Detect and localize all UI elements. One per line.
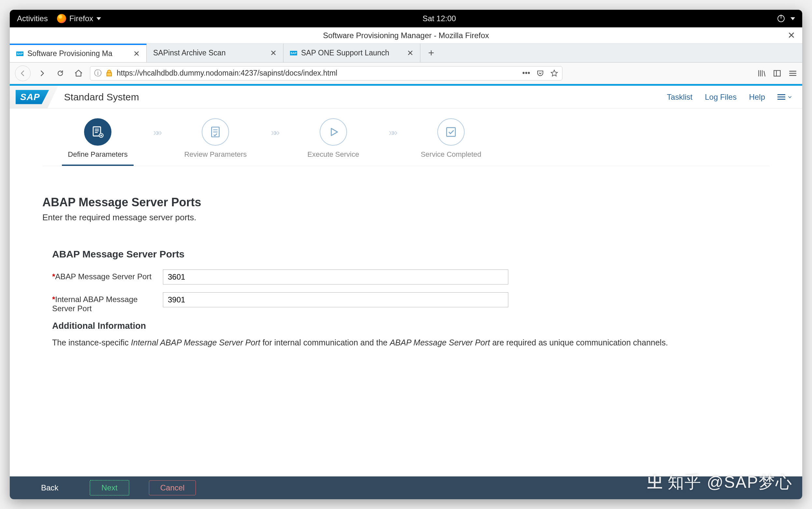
- chevron-down-icon: [787, 95, 792, 100]
- sap-logo-wrap: SAP: [10, 86, 58, 108]
- nav-forward-button[interactable]: [35, 66, 49, 80]
- bookmark-star-icon[interactable]: [550, 69, 558, 77]
- svg-rect-0: [774, 70, 780, 76]
- additional-info-em: Internal ABAP Message Server Port: [131, 338, 260, 347]
- additional-info-part: The instance-specific: [52, 338, 131, 347]
- chevrons-right-icon: »»: [153, 118, 160, 138]
- help-link[interactable]: Help: [749, 93, 765, 102]
- firefox-app-label: Firefox: [69, 14, 93, 23]
- nav-back-button[interactable]: [15, 66, 31, 81]
- form-row-internal-port: *Internal ABAP Message Server Port: [52, 292, 770, 313]
- tab-close-button[interactable]: ✕: [270, 48, 277, 58]
- tab-label: Software Provisioning Ma: [27, 49, 129, 58]
- arrow-right-icon: [38, 70, 46, 77]
- wizard-steps: Define Parameters »» Review Parameters »…: [10, 108, 802, 166]
- home-icon: [74, 69, 83, 77]
- page-title: ABAP Message Server Ports: [42, 196, 770, 209]
- page-actions-icon[interactable]: •••: [522, 69, 530, 77]
- step-label: Execute Service: [307, 150, 359, 159]
- additional-info-heading: Additional Information: [52, 321, 770, 331]
- tab-close-button[interactable]: ✕: [133, 49, 140, 58]
- hamburger-menu-icon[interactable]: [788, 69, 797, 77]
- reload-icon: [57, 69, 64, 77]
- step-icon: [202, 118, 229, 146]
- required-indicator: *: [52, 272, 55, 281]
- wizard-step-review-parameters[interactable]: Review Parameters: [180, 118, 251, 159]
- additional-info-part: for internal communication and the: [260, 338, 390, 347]
- internal-abap-message-server-port-input[interactable]: [163, 292, 508, 307]
- chevrons-right-icon: »»: [389, 118, 396, 138]
- browser-tab[interactable]: SAP Software Provisioning Ma ✕: [10, 44, 147, 62]
- tab-label: SAPinst Archive Scan: [153, 48, 266, 57]
- additional-info-text: The instance-specific Internal ABAP Mess…: [52, 337, 750, 348]
- arrow-left-icon: [19, 70, 26, 77]
- window-close-button[interactable]: ✕: [787, 30, 795, 41]
- watermark: 㞢 知乎 @SAP梦心: [647, 472, 792, 494]
- window-title-bar: Software Provisioning Manager - Mozilla …: [10, 27, 802, 44]
- browser-tab[interactable]: SAPinst Archive Scan ✕: [147, 44, 283, 62]
- library-icon[interactable]: [757, 69, 766, 77]
- lock-warning-icon[interactable]: [106, 70, 113, 77]
- firefox-icon: [57, 14, 66, 23]
- chevrons-right-icon: »»: [271, 118, 278, 138]
- field-label: *ABAP Message Server Port: [52, 270, 153, 281]
- wizard-step-service-completed[interactable]: Service Completed: [415, 118, 487, 159]
- chevron-down-icon: [97, 17, 101, 20]
- gnome-top-bar: Activities Firefox Sat 12:00: [10, 10, 802, 27]
- window-title: Software Provisioning Manager - Mozilla …: [323, 31, 489, 40]
- header-menu-button[interactable]: [777, 94, 792, 100]
- browser-tab-strip: SAP Software Provisioning Ma ✕ SAPinst A…: [10, 44, 802, 63]
- tab-label: SAP ONE Support Launch: [301, 48, 403, 57]
- tab-close-button[interactable]: ✕: [407, 48, 414, 58]
- main-content: ABAP Message Server Ports Enter the requ…: [10, 166, 802, 476]
- field-label-text: Internal ABAP Message Server Port: [52, 295, 138, 313]
- form-row-abap-port: *ABAP Message Server Port: [52, 270, 770, 284]
- svg-rect-5: [447, 128, 456, 137]
- wizard-step-execute-service[interactable]: Execute Service: [297, 118, 369, 159]
- pocket-icon[interactable]: [537, 70, 544, 77]
- next-button[interactable]: Next: [90, 480, 129, 496]
- browser-nav-toolbar: ⓘ https://vhcalhdbdb.dummy.nodomain:4237…: [10, 63, 802, 84]
- home-button[interactable]: [72, 66, 85, 80]
- power-icon[interactable]: [777, 15, 785, 22]
- url-bar[interactable]: ⓘ https://vhcalhdbdb.dummy.nodomain:4237…: [90, 66, 562, 80]
- wizard-step-define-parameters[interactable]: Define Parameters: [62, 118, 134, 166]
- step-icon: [320, 118, 347, 146]
- step-label: Service Completed: [421, 150, 481, 159]
- cancel-button[interactable]: Cancel: [149, 480, 196, 495]
- sap-logo: SAP: [15, 90, 49, 104]
- activities-button[interactable]: Activities: [17, 14, 48, 23]
- reload-button[interactable]: [54, 66, 67, 80]
- site-info-icon[interactable]: ⓘ: [94, 68, 102, 78]
- section-title: ABAP Message Server Ports: [52, 249, 770, 260]
- additional-info-em: ABAP Message Server Port: [390, 338, 490, 347]
- tasklist-link[interactable]: Tasklist: [667, 93, 693, 102]
- firefox-app-menu[interactable]: Firefox: [57, 14, 101, 23]
- system-title: Standard System: [64, 92, 139, 103]
- logfiles-link[interactable]: Log Files: [705, 93, 736, 102]
- step-label: Define Parameters: [68, 150, 128, 159]
- step-label: Review Parameters: [184, 150, 247, 159]
- step-icon: [84, 118, 111, 146]
- clock[interactable]: Sat 12:00: [101, 14, 777, 23]
- sap-favicon-icon: SAP: [290, 51, 297, 56]
- browser-tab[interactable]: SAP SAP ONE Support Launch ✕: [283, 44, 420, 62]
- new-tab-button[interactable]: +: [420, 44, 442, 62]
- additional-info-part: are required as unique communication cha…: [490, 338, 668, 347]
- watermark-text: 知乎 @SAP梦心: [668, 472, 792, 494]
- sap-app-header: SAP Standard System Tasklist Log Files H…: [10, 86, 802, 108]
- required-indicator: *: [52, 295, 55, 304]
- hamburger-icon: [777, 94, 785, 100]
- sidebar-icon[interactable]: [773, 69, 781, 77]
- step-icon: [437, 118, 465, 146]
- url-text: https://vhcalhdbdb.dummy.nodomain:4237/s…: [117, 69, 337, 77]
- back-button[interactable]: Back: [29, 480, 70, 496]
- sap-favicon-icon: SAP: [16, 52, 24, 56]
- field-label: *Internal ABAP Message Server Port: [52, 292, 153, 313]
- chevron-down-icon[interactable]: [790, 17, 795, 20]
- page-subtitle: Enter the required message server ports.: [42, 212, 770, 223]
- field-label-text: ABAP Message Server Port: [55, 272, 151, 281]
- zhihu-icon: 㞢: [647, 473, 663, 493]
- abap-message-server-port-input[interactable]: [163, 270, 508, 284]
